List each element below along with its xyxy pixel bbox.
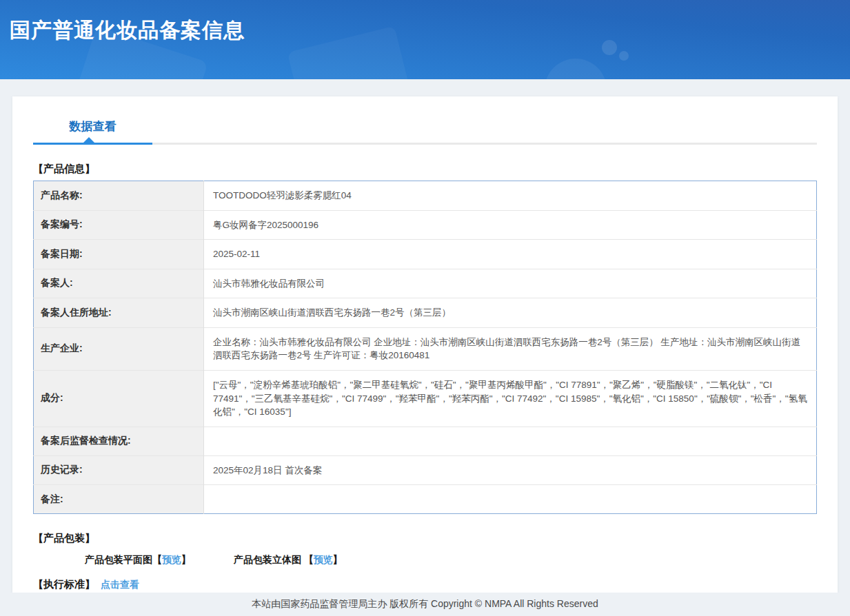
packaging-stereo-item: 产品包装立体图 【预览】 bbox=[234, 554, 343, 566]
table-row-product-name: 产品名称: TOOTDODO轻羽滤影柔雾腮红04 bbox=[34, 181, 817, 211]
table-row-history: 历史记录: 2025年02月18日 首次备案 bbox=[34, 455, 817, 485]
tab-active-notch-icon bbox=[83, 137, 94, 143]
row-value: 汕头市韩雅化妆品有限公司 bbox=[204, 269, 817, 298]
row-label: 备案后监督检查情况: bbox=[34, 427, 204, 455]
header-decoration-circle bbox=[545, 59, 607, 79]
table-row-registrant-address: 备案人住所地址: 汕头市潮南区峡山街道泗联西宅东扬路一巷2号（第三层） bbox=[34, 298, 817, 328]
standard-section-title: 【执行标准】 bbox=[33, 578, 95, 590]
bracket-close: 】 bbox=[333, 554, 343, 565]
row-value: 企业名称：汕头市韩雅化妆品有限公司 企业地址：汕头市潮南区峡山街道泗联西宅东扬路… bbox=[204, 327, 817, 370]
row-value: 2025-02-11 bbox=[204, 240, 817, 269]
row-label: 备案人住所地址: bbox=[34, 298, 204, 328]
table-row-registration-date: 备案日期: 2025-02-11 bbox=[34, 240, 817, 269]
table-row-supervision-check: 备案后监督检查情况: bbox=[34, 427, 817, 455]
bracket-open: 【 bbox=[304, 554, 314, 565]
page-header: 国产普通化妆品备案信息 bbox=[0, 0, 850, 79]
standard-section: 【执行标准】点击查看 bbox=[33, 578, 817, 591]
packaging-flat-item: 产品包装平面图【预览】 bbox=[85, 554, 191, 566]
packaging-flat-label: 产品包装平面图 bbox=[85, 554, 152, 565]
row-label: 备案日期: bbox=[34, 240, 204, 269]
packaging-stereo-label: 产品包装立体图 bbox=[234, 554, 304, 565]
table-row-ingredients: 成分: ["云母"，"淀粉辛烯基琥珀酸铝"，"聚二甲基硅氧烷"，"硅石"，"聚甲… bbox=[34, 370, 817, 427]
bracket-open: 【 bbox=[152, 554, 162, 565]
table-row-manufacturer: 生产企业: 企业名称：汕头市韩雅化妆品有限公司 企业地址：汕头市潮南区峡山街道泗… bbox=[34, 327, 817, 370]
page-footer: 本站由国家药品监督管理局主办 版权所有 Copyright © NMPA All… bbox=[0, 593, 850, 616]
row-value: 汕头市潮南区峡山街道泗联西宅东扬路一巷2号（第三层） bbox=[204, 298, 817, 328]
packaging-links-row: 产品包装平面图【预览】 产品包装立体图 【预览】 bbox=[33, 554, 817, 566]
row-label: 生产企业: bbox=[34, 327, 204, 370]
packaging-stereo-preview-link[interactable]: 预览 bbox=[314, 554, 333, 565]
row-value bbox=[204, 485, 817, 514]
content-card: 数据查看 【产品信息】 产品名称: TOOTDODO轻羽滤影柔雾腮红04 备案编… bbox=[12, 96, 838, 593]
header-decoration-circle bbox=[619, 51, 629, 61]
row-label: 历史记录: bbox=[34, 455, 204, 485]
row-value: TOOTDODO轻羽滤影柔雾腮红04 bbox=[204, 181, 817, 211]
copyright-text: 本站由国家药品监督管理局主办 版权所有 Copyright © NMPA All… bbox=[252, 598, 598, 610]
row-label: 备注: bbox=[34, 485, 204, 514]
row-label: 备案编号: bbox=[34, 210, 204, 240]
row-value bbox=[204, 427, 817, 455]
packaging-flat-preview-link[interactable]: 预览 bbox=[162, 554, 181, 565]
bracket-close: 】 bbox=[181, 554, 191, 565]
row-label: 备案人: bbox=[34, 269, 204, 298]
table-row-registration-number: 备案编号: 粤G妆网备字2025000196 bbox=[34, 210, 817, 240]
page-title: 国产普通化妆品备案信息 bbox=[0, 0, 850, 45]
section-packaging-title: 【产品包装】 bbox=[33, 532, 817, 545]
product-info-table: 产品名称: TOOTDODO轻羽滤影柔雾腮红04 备案编号: 粤G妆网备字202… bbox=[33, 181, 817, 514]
table-row-remarks: 备注: bbox=[34, 485, 817, 514]
row-value: ["云母"，"淀粉辛烯基琥珀酸铝"，"聚二甲基硅氧烷"，"硅石"，"聚甲基丙烯酸… bbox=[204, 370, 817, 427]
section-product-info-title: 【产品信息】 bbox=[33, 163, 817, 176]
row-value: 粤G妆网备字2025000196 bbox=[204, 210, 817, 240]
tab-active-indicator bbox=[33, 143, 152, 145]
row-label: 成分: bbox=[34, 370, 204, 427]
table-row-registrant: 备案人: 汕头市韩雅化妆品有限公司 bbox=[34, 269, 817, 298]
row-label: 产品名称: bbox=[34, 181, 204, 211]
standard-view-link[interactable]: 点击查看 bbox=[101, 579, 139, 590]
tab-bar: 数据查看 bbox=[33, 119, 817, 143]
tab-underline bbox=[33, 143, 817, 145]
row-value: 2025年02月18日 首次备案 bbox=[204, 455, 817, 485]
